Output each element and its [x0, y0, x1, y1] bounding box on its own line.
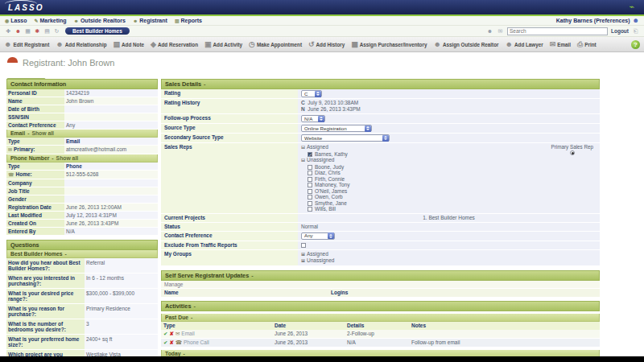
email-button[interactable]: ✉Email	[550, 41, 571, 48]
rep-checkbox-row[interactable]: Boone, Judy	[301, 164, 597, 171]
logout-link[interactable]: Logout	[611, 28, 629, 34]
expand-box-icon[interactable]: ⊞	[301, 252, 305, 257]
logout-door-icon[interactable]: ⎗	[632, 28, 639, 35]
contact-row: Date of Birth	[6, 105, 158, 113]
sales-details-header[interactable]: Sales Details-	[161, 79, 600, 89]
email-show-all-link[interactable]: Show all	[31, 130, 54, 136]
delete-x-icon[interactable]: ✘	[169, 331, 173, 337]
letterbox-bar	[0, 356, 644, 362]
self-serve-header[interactable]: Self Serve Registrant Updates-	[161, 270, 600, 281]
unassigned-group[interactable]: ⊟Unassigned	[301, 157, 597, 164]
activities-header[interactable]: Activities-	[161, 301, 600, 311]
source-type-select[interactable]: Online Registration	[301, 125, 372, 132]
menu-item-marketing[interactable]: ✎Marketing	[34, 18, 66, 23]
rep-checkbox-row[interactable]: Firth, Connie	[301, 176, 597, 183]
envelope-icon: ✉	[550, 41, 556, 48]
menu-item-reports[interactable]: ▥Reports	[175, 18, 202, 23]
main-content: Contact Information Personal ID14234219 …	[0, 79, 644, 356]
lasso-bullet-icon: ◉	[5, 18, 9, 23]
action-toolbar: ☻Edit Registrant ☻Add Relationship ▤Add …	[0, 37, 644, 52]
project-bar: ✚ ☻ ▦ ✱ ▤ ↻ Best Builder Homes ☻ ✉ Logou…	[0, 26, 644, 37]
checkbox-icon[interactable]	[308, 195, 312, 200]
primary-rep-radio[interactable]	[570, 150, 575, 155]
meta-row: Gender	[6, 195, 158, 204]
collapse-box-icon[interactable]: ⊟	[301, 145, 305, 150]
add-activity-button[interactable]: ▣Add Activity	[204, 41, 242, 48]
rep-checkbox-row[interactable]: O'Neil, James	[301, 188, 597, 195]
quick-add-icon[interactable]: ✚	[5, 28, 12, 35]
rep-checkbox-row[interactable]: Diaz, Chris	[301, 170, 597, 176]
rep-checkbox-row[interactable]: Mahoney, Tony	[301, 182, 597, 188]
rating-history-row: Rating History C July 9, 2013 10:38AM N …	[161, 99, 600, 114]
groups-assigned[interactable]: ⊞Assigned	[301, 251, 597, 258]
status-row: Status Normal	[161, 223, 600, 232]
lasso-figure-icon: ⌁	[629, 2, 634, 12]
checkbox-icon[interactable]	[308, 201, 312, 206]
user-preferences-link[interactable]: Kathy Barnes (Preferences)☻	[556, 17, 639, 24]
search-input[interactable]	[507, 27, 608, 35]
make-appointment-button[interactable]: ◷Make Appointment	[249, 41, 302, 48]
contact-preference-row: Contact Preference Any	[161, 232, 600, 241]
exclude-checkbox-icon[interactable]	[301, 243, 306, 248]
activity-type-link[interactable]: Phone Call	[184, 339, 209, 346]
menu-item-outside-realtors[interactable]: ☻Outside Realtors	[74, 18, 126, 23]
menu-item-lasso[interactable]: ◉Lasso	[5, 18, 27, 23]
add-note-button[interactable]: ▤Add Note	[114, 41, 145, 48]
add-lawyer-button[interactable]: ☻Add Lawyer	[506, 41, 543, 48]
past-due-row: ✔✘☎Phone Call June 26, 2013 N/A Follow-u…	[161, 339, 600, 348]
add-reservation-button[interactable]: ◆Add Reservation	[151, 41, 198, 48]
activity-type-link[interactable]: Email	[181, 331, 194, 337]
help-icon[interactable]: ?	[631, 40, 640, 49]
followup-select[interactable]: N/A	[301, 115, 325, 122]
contact-preference-select[interactable]: Any	[301, 232, 335, 240]
contact-information-header[interactable]: Contact Information	[6, 79, 158, 89]
email-activity-icon: ✉	[175, 331, 180, 337]
edit-registrant-button[interactable]: ☻Edit Registrant	[4, 41, 49, 48]
groups-unassigned[interactable]: ⊞Unassigned	[301, 257, 597, 265]
refresh-icon[interactable]: ↻	[53, 28, 60, 35]
registrant-header: Registrant: John Brown	[0, 52, 644, 73]
assign-purchaser-button[interactable]: ▦Assign Purchaser/Inventory	[351, 41, 427, 48]
complete-check-icon[interactable]: ✔	[163, 339, 167, 346]
self-serve-columns: Name Logins	[161, 289, 600, 297]
complete-check-icon[interactable]: ✔	[163, 331, 167, 337]
secondary-source-select[interactable]: Website	[301, 134, 390, 142]
print-button[interactable]: ⎙Print	[577, 41, 597, 48]
menu-item-registrant[interactable]: ☻Registrant	[133, 18, 167, 23]
checkbox-icon[interactable]	[308, 177, 312, 182]
phone-show-all-link[interactable]: Show all	[56, 155, 79, 161]
delete-x-icon[interactable]: ✘	[169, 339, 173, 346]
checkbox-icon[interactable]	[308, 189, 312, 194]
rep-checkbox-row[interactable]: Owen, Corb	[301, 194, 597, 200]
add-relationship-button[interactable]: ☻Add Relationship	[56, 41, 106, 48]
flag-icon[interactable]: ✱	[34, 28, 41, 35]
rep-checkbox-row[interactable]: Wills, Bill	[301, 206, 597, 212]
favorites-icon[interactable]: ☻	[14, 28, 22, 34]
questions-header[interactable]: Questions	[6, 240, 158, 250]
expand-box-icon[interactable]: ⊞	[301, 258, 305, 263]
grid-icon[interactable]: ▦	[24, 28, 31, 35]
checkbox-icon[interactable]	[308, 171, 312, 175]
project-selector[interactable]: Best Builder Homes	[65, 27, 130, 35]
mail-icon[interactable]: ✉	[497, 28, 504, 35]
list-icon[interactable]: ▤	[43, 28, 51, 35]
rep-checkbox-row[interactable]: Smythe, Jane	[301, 200, 597, 207]
checkbox-icon[interactable]	[308, 165, 312, 170]
question-row: What is your preferred home size?:2400+ …	[6, 335, 158, 350]
activity-icon: ▣	[204, 41, 212, 48]
assign-outside-realtor-button[interactable]: ☻Assign Outside Realtor	[433, 41, 498, 48]
sales-reps-row: Sales Reps ⊟Assigned Barnes, Kathy ⊟Unas…	[161, 143, 600, 214]
rating-select[interactable]: C	[301, 90, 322, 97]
lasso-logo: LASSO	[8, 3, 43, 12]
checkbox-checked-icon[interactable]	[308, 152, 312, 157]
stepper-icon	[315, 91, 321, 97]
checkbox-icon[interactable]	[308, 207, 312, 212]
source-type-row: Source Type Online Registration	[161, 124, 600, 134]
collapse-box-icon[interactable]: ⊟	[301, 158, 305, 162]
right-column: Sales Details- Rating C Rating History C…	[161, 79, 600, 362]
past-due-header[interactable]: Past Due-	[161, 314, 600, 322]
add-history-button[interactable]: ↺Add History	[308, 41, 345, 48]
contact-icon[interactable]: ☻	[486, 28, 493, 34]
self-serve-manage-link[interactable]: Manage	[161, 281, 600, 289]
checkbox-icon[interactable]	[308, 183, 312, 187]
